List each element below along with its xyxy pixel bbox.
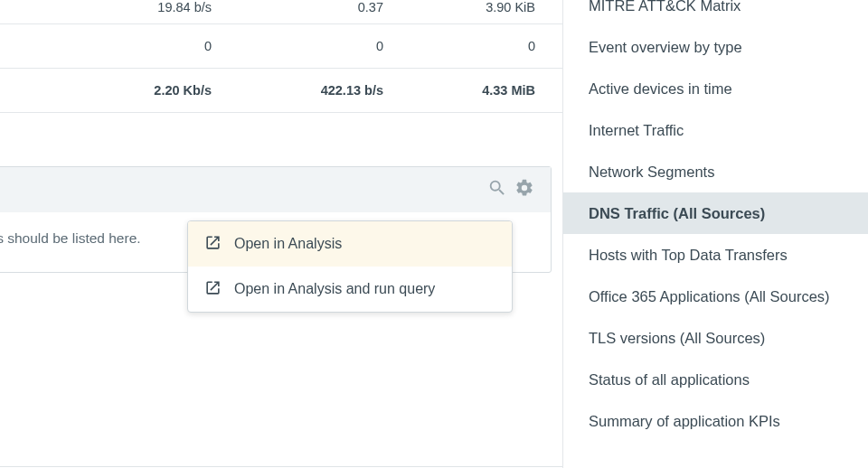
cell-rate-down: 2.20 Kb/s xyxy=(56,69,219,113)
menu-item-label: Open in Analysis and run query xyxy=(234,281,435,297)
sidebar-item-mitre[interactable]: MITRE ATT&CK Matrix xyxy=(563,0,868,26)
external-link-icon xyxy=(204,279,222,300)
external-link-icon xyxy=(204,234,222,255)
table-row-total: 2.20 Kb/s 422.13 b/s 4.33 MiB xyxy=(0,69,562,113)
sidebar-item-label: Hosts with Top Data Transfers xyxy=(589,247,788,263)
sidebar-item-label: Network Segments xyxy=(589,164,714,180)
sidebar-item-kpi[interactable]: Summary of application KPIs xyxy=(563,400,868,442)
sidebar-item-internet[interactable]: Internet Traffic xyxy=(563,109,868,151)
cell-rate-down: 0 xyxy=(56,24,219,69)
cell-total: 4.33 MiB xyxy=(391,69,542,113)
table-row: 19.84 b/s 0.37 3.90 KiB xyxy=(0,0,562,24)
sidebar-item-label: Event overview by type xyxy=(589,39,742,55)
cell-rate-up: 0 xyxy=(219,24,391,69)
gear-icon[interactable] xyxy=(514,178,534,201)
main-area: 19.84 b/s 0.37 3.90 KiB 0 0 0 2.20 Kb/s … xyxy=(0,0,562,468)
dashboards-sidebar: MITRE ATT&CK Matrix Event overview by ty… xyxy=(562,0,868,468)
cell-total: 0 xyxy=(391,24,542,69)
sidebar-item-label: Office 365 Applications (All Sources) xyxy=(589,288,830,304)
sidebar-item-label: DNS Traffic (All Sources) xyxy=(589,205,765,221)
sidebar-item-hosts[interactable]: Hosts with Top Data Transfers xyxy=(563,234,868,276)
sidebar-item-appstatus[interactable]: Status of all applications xyxy=(563,359,868,400)
traffic-table: 19.84 b/s 0.37 3.90 KiB 0 0 0 2.20 Kb/s … xyxy=(0,0,562,113)
widget-header xyxy=(0,167,551,212)
cell-rate-up: 422.13 b/s xyxy=(219,69,391,113)
sidebar-item-segments[interactable]: Network Segments xyxy=(563,151,868,192)
sidebar-item-label: MITRE ATT&CK Matrix xyxy=(589,0,741,14)
menu-item-open-analysis[interactable]: Open in Analysis xyxy=(188,221,512,267)
sidebar-item-label: Status of all applications xyxy=(589,371,750,388)
sidebar-item-dns[interactable]: DNS Traffic (All Sources) xyxy=(563,192,868,234)
sidebar-item-devices[interactable]: Active devices in time xyxy=(563,68,868,109)
sidebar-item-label: Internet Traffic xyxy=(589,122,684,138)
cell-total: 3.90 KiB xyxy=(391,0,542,24)
sidebar-item-label: TLS versions (All Sources) xyxy=(589,330,765,346)
search-icon[interactable] xyxy=(487,178,507,201)
sidebar-item-tls[interactable]: TLS versions (All Sources) xyxy=(563,317,868,359)
table-row: 0 0 0 xyxy=(0,24,562,69)
sidebar-item-o365[interactable]: Office 365 Applications (All Sources) xyxy=(563,276,868,317)
divider xyxy=(0,466,562,467)
menu-item-open-analysis-run[interactable]: Open in Analysis and run query xyxy=(188,267,512,312)
sidebar-item-events[interactable]: Event overview by type xyxy=(563,26,868,68)
sidebar-item-label: Active devices in time xyxy=(589,80,732,97)
menu-item-label: Open in Analysis xyxy=(234,236,342,252)
context-menu: Open in Analysis Open in Analysis and ru… xyxy=(187,220,513,313)
cell-rate-up: 0.37 xyxy=(219,0,391,24)
sidebar-item-label: Summary of application KPIs xyxy=(589,413,780,429)
cell-rate-down: 19.84 b/s xyxy=(56,0,219,24)
